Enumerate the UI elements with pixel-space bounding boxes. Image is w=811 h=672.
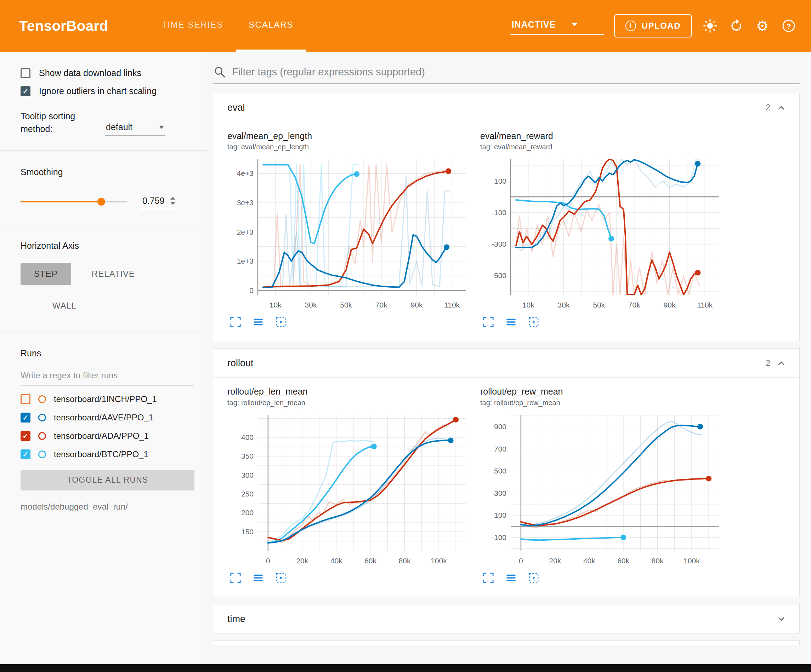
tab-time-series[interactable]: TIME SERIES	[149, 0, 236, 52]
chevron-down-icon	[159, 125, 164, 129]
svg-text:40k: 40k	[331, 557, 343, 565]
data-table-icon[interactable]	[505, 316, 517, 328]
svg-text:10k: 10k	[523, 301, 534, 309]
refresh-icon[interactable]	[728, 18, 745, 34]
run-label: tensorboard/ADA/PPO_1	[54, 431, 149, 441]
chart-title: rollout/ep_len_mean	[227, 386, 472, 397]
axis-relative-button[interactable]: RELATIVE	[83, 263, 143, 285]
chart-tag: tag: rollout/ep_len_mean	[227, 399, 472, 407]
tensorboard-app: TensorBoard TIME SERIES SCALARS INACTIVE…	[0, 0, 811, 672]
show-download-links-checkbox[interactable]: ✓ Show data download links	[20, 68, 194, 78]
svg-text:0: 0	[266, 557, 270, 565]
smoothing-slider[interactable]	[20, 198, 127, 206]
app-title: TensorBoard	[0, 0, 108, 52]
svg-text:20k: 20k	[296, 557, 308, 565]
tab-scalars[interactable]: SCALARS	[236, 0, 306, 52]
number-spinner[interactable]	[170, 197, 175, 205]
general-settings-section: ✓ Show data download links ✓ Ignore outl…	[0, 52, 207, 151]
chevron-down-icon[interactable]	[776, 614, 787, 624]
smoothing-value: 0.759	[143, 196, 165, 206]
chart-block-mean-ep-length: eval/mean_ep_length tag: eval/mean_ep_le…	[227, 130, 472, 328]
checkbox-label: Show data download links	[39, 68, 141, 78]
axis-step-button[interactable]: STEP	[20, 263, 71, 285]
runs-section: Runs ✓ tensorboard/1INCH/PPO_1 ✓ tensorb…	[0, 332, 207, 512]
chart-block-ep-len-mean: rollout/ep_len_mean tag: rollout/ep_len_…	[227, 386, 472, 584]
dashboard-tabs: TIME SERIES SCALARS	[149, 0, 306, 52]
section-title: time	[227, 614, 246, 625]
spinner-up-icon[interactable]	[170, 197, 175, 200]
svg-text:0: 0	[519, 557, 523, 565]
svg-text:60k: 60k	[617, 557, 629, 565]
settings-gear-icon[interactable]: ⚙	[754, 18, 770, 34]
expand-chart-icon[interactable]	[482, 316, 494, 328]
slider-thumb[interactable]	[97, 198, 105, 206]
svg-text:4e+3: 4e+3	[237, 169, 254, 178]
settings-sidebar: ✓ Show data download links ✓ Ignore outl…	[0, 52, 207, 672]
fit-domain-icon[interactable]	[528, 316, 540, 328]
run-color-circle[interactable]	[38, 432, 46, 440]
svg-text:40k: 40k	[583, 557, 596, 565]
svg-text:110k: 110k	[697, 301, 713, 309]
filter-tags-row	[213, 66, 800, 84]
data-connection-select[interactable]: INACTIVE	[510, 17, 604, 35]
run-color-circle[interactable]	[38, 450, 46, 458]
chart-title: rollout/ep_rew_mean	[480, 386, 724, 397]
svg-text:700: 700	[494, 444, 506, 453]
chart-canvas[interactable]: 020k40k60k80k100k-100100300500700900	[480, 410, 724, 569]
expand-chart-icon[interactable]	[229, 572, 241, 584]
chart-tag: tag: eval/mean_ep_length	[227, 143, 472, 151]
filter-tags-input[interactable]	[232, 66, 800, 78]
svg-text:90k: 90k	[411, 301, 423, 309]
data-table-icon[interactable]	[505, 572, 517, 584]
run-checkbox[interactable]: ✓	[20, 413, 31, 423]
run-checkbox[interactable]: ✓	[20, 394, 31, 404]
top-bar: TensorBoard TIME SERIES SCALARS INACTIVE…	[0, 0, 811, 52]
expand-chart-icon[interactable]	[229, 316, 241, 328]
run-row-ada[interactable]: ✓ tensorboard/ADA/PPO_1	[20, 431, 194, 441]
spinner-down-icon[interactable]	[170, 202, 175, 205]
run-checkbox[interactable]: ✓	[20, 431, 31, 441]
expand-chart-icon[interactable]	[482, 572, 494, 584]
run-color-circle[interactable]	[38, 395, 46, 403]
tooltip-sorting-select[interactable]: default	[105, 120, 165, 135]
data-table-icon[interactable]	[252, 572, 264, 584]
run-row-1inch[interactable]: ✓ tensorboard/1INCH/PPO_1	[20, 394, 194, 404]
svg-text:900: 900	[494, 423, 506, 431]
smoothing-value-input[interactable]: 0.759	[139, 194, 178, 209]
help-icon[interactable]: ?	[780, 18, 797, 34]
svg-text:20k: 20k	[549, 557, 561, 565]
svg-text:70k: 70k	[375, 301, 387, 309]
fit-domain-icon[interactable]	[528, 572, 540, 584]
run-row-btc[interactable]: ✓ tensorboard/BTC/PPO_1	[20, 449, 194, 459]
section-rollout-header[interactable]: rollout 2	[213, 349, 799, 377]
runs-filter-input[interactable]	[20, 367, 194, 386]
svg-text:30k: 30k	[305, 301, 317, 309]
chart-canvas[interactable]: 020k40k60k80k100k150200250300350400	[227, 410, 472, 569]
toggle-all-runs-button[interactable]: TOGGLE ALL RUNS	[20, 470, 194, 491]
brightness-icon[interactable]	[702, 18, 718, 34]
svg-text:50k: 50k	[340, 301, 352, 309]
ignore-outliers-checkbox[interactable]: ✓ Ignore outliers in chart scaling	[20, 86, 194, 96]
data-table-icon[interactable]	[252, 316, 264, 328]
chevron-down-icon	[571, 23, 578, 26]
chart-count: 2	[766, 359, 770, 368]
fit-domain-icon[interactable]	[275, 572, 287, 584]
chart-canvas[interactable]: 10k30k50k70k90k110k01e+32e+33e+34e+3	[227, 154, 472, 313]
section-eval-header[interactable]: eval 2	[213, 93, 799, 122]
section-time-header[interactable]: time	[213, 604, 799, 633]
slider-fill	[20, 201, 101, 202]
run-color-circle[interactable]	[38, 414, 46, 421]
chart-title: eval/mean_ep_length	[227, 130, 472, 142]
chevron-up-icon[interactable]	[776, 358, 787, 369]
run-checkbox[interactable]: ✓	[20, 449, 31, 459]
axis-wall-button[interactable]: WALL	[44, 295, 85, 317]
chevron-up-icon[interactable]	[776, 103, 787, 113]
svg-text:100: 100	[494, 177, 506, 185]
upload-button[interactable]: i UPLOAD	[614, 14, 692, 37]
section-card-rollout: rollout 2 rollout/ep_len_mean tag: rollo…	[213, 348, 800, 597]
fit-domain-icon[interactable]	[275, 316, 287, 328]
svg-text:2e+3: 2e+3	[237, 228, 254, 236]
svg-text:250: 250	[241, 490, 254, 498]
chart-canvas[interactable]: 10k30k50k70k90k110k100-100-300-500	[480, 154, 724, 313]
run-row-aave[interactable]: ✓ tensorboard/AAVE/PPO_1	[20, 413, 194, 423]
